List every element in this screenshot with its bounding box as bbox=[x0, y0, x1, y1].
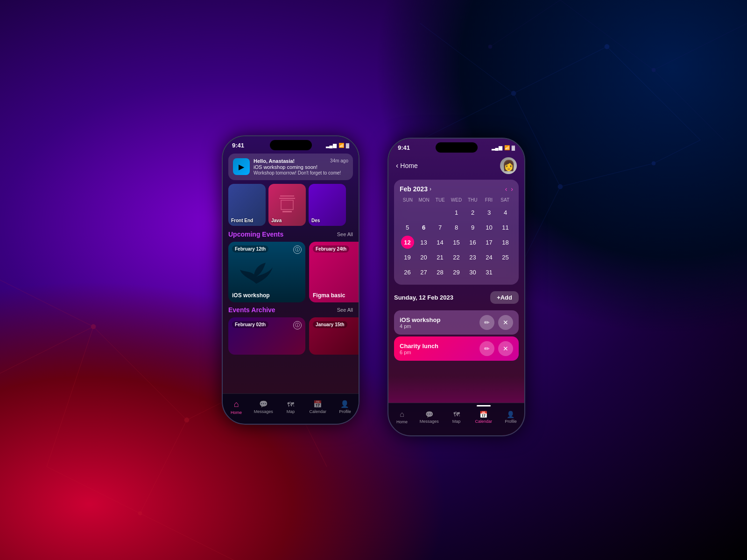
cal-day-17[interactable]: 17 bbox=[481, 235, 497, 249]
cal-day-31[interactable]: 31 bbox=[481, 265, 497, 279]
cal-nav-header: ‹ Home 👩 bbox=[388, 154, 524, 178]
cat-label-3: Des bbox=[311, 218, 320, 223]
cal-day-26[interactable]: 26 bbox=[400, 265, 415, 279]
cal-day-22[interactable]: 22 bbox=[449, 250, 464, 264]
cal-day-12[interactable]: 12 bbox=[401, 236, 414, 249]
event-card-figma[interactable]: February 24th ⓘ Figma basic bbox=[309, 242, 359, 302]
phone-2: 9:41 ▂▄▆ 📶 ▓ ‹ Home 👩 bbox=[388, 138, 525, 436]
cal-empty-end bbox=[498, 265, 513, 279]
event-name-charity: Charity lunch bbox=[400, 343, 438, 350]
cal-day-23[interactable]: 23 bbox=[465, 250, 480, 264]
cal-day-2[interactable]: 2 bbox=[465, 205, 480, 219]
nav-home-1[interactable]: ⌂ Home bbox=[223, 399, 250, 415]
category-card-java[interactable]: Java bbox=[268, 184, 306, 226]
category-card-design[interactable]: Des bbox=[309, 184, 346, 226]
cal-day-19[interactable]: 19 bbox=[400, 250, 415, 264]
back-chevron-icon: ‹ bbox=[396, 161, 398, 170]
back-button[interactable]: ‹ Home bbox=[396, 161, 418, 170]
notif-subtitle: iOS workshop coming soon! bbox=[254, 164, 348, 170]
notif-time: 34m ago bbox=[330, 158, 348, 164]
cal-day-5[interactable]: 5 bbox=[400, 220, 415, 234]
cal-day-18[interactable]: 18 bbox=[498, 235, 513, 249]
cal-day-25[interactable]: 25 bbox=[498, 250, 513, 264]
calendar-widget: Feb 2023 › ‹ › SUN MON TUE WED THU FRI bbox=[394, 180, 519, 285]
cal-day-21[interactable]: 21 bbox=[432, 250, 448, 264]
day-wed: WED bbox=[448, 197, 465, 203]
event-info-icon-1: ⓘ bbox=[293, 245, 302, 254]
cal-next-btn[interactable]: › bbox=[511, 185, 513, 193]
notif-app-icon: ▶ bbox=[233, 158, 250, 175]
edit-charity-button[interactable]: ✏ bbox=[479, 341, 494, 356]
cal-empty-3 bbox=[432, 205, 448, 219]
event-info-charity: Charity lunch 6 pm bbox=[400, 343, 438, 355]
cal-day-27[interactable]: 27 bbox=[416, 265, 431, 279]
event-title-2: Figma basic bbox=[313, 292, 345, 299]
notif-body: Workshop tomorrow! Don't forget to come! bbox=[254, 170, 348, 175]
event-name-ios: iOS workshop bbox=[400, 316, 440, 323]
home-icon-2: ⌂ bbox=[400, 410, 404, 419]
upcoming-see-all[interactable]: See All bbox=[337, 231, 353, 237]
upcoming-title: Upcoming Events bbox=[228, 231, 283, 238]
profile-icon-2: 👤 bbox=[507, 411, 514, 418]
nav-profile-1[interactable]: 👤 Profile bbox=[331, 400, 359, 414]
category-card-frontend[interactable]: Front End bbox=[228, 184, 266, 226]
cal-day-7[interactable]: 7 bbox=[432, 220, 448, 234]
nav-messages-1[interactable]: 💬 Messages bbox=[250, 400, 277, 414]
cal-day-24[interactable]: 24 bbox=[481, 250, 497, 264]
event-info-ios: iOS workshop 4 pm bbox=[400, 316, 440, 329]
archive-card-1[interactable]: February 02th ⓘ bbox=[228, 317, 305, 355]
archive-see-all[interactable]: See All bbox=[337, 307, 353, 313]
archive-card-2[interactable]: January 15th bbox=[309, 317, 359, 355]
event-date-2: February 24th bbox=[313, 245, 349, 252]
notification-banner[interactable]: ▶ Hello, Anastasia! 34m ago iOS workshop… bbox=[228, 154, 353, 180]
cal-day-15[interactable]: 15 bbox=[449, 235, 464, 249]
archive-events-header: Events Archive See All bbox=[223, 306, 359, 314]
cal-nav-arrows: ‹ › bbox=[505, 185, 513, 193]
nav-active-indicator bbox=[477, 405, 491, 406]
calendar-grid: 1 2 3 4 5 6 7 8 9 10 11 12 13 14 15 bbox=[400, 205, 513, 279]
cal-day-30[interactable]: 30 bbox=[465, 265, 480, 279]
status-icons-1: ▂▄▆ 📶 ▓ bbox=[326, 143, 349, 148]
delete-ios-button[interactable]: ✕ bbox=[498, 315, 513, 330]
nav-map-2[interactable]: 🗺 Map bbox=[443, 411, 470, 424]
cal-day-4[interactable]: 4 bbox=[498, 205, 513, 219]
cal-day-10[interactable]: 10 bbox=[481, 220, 497, 234]
archive-date-1: February 02th bbox=[232, 321, 268, 328]
messages-icon-2: 💬 bbox=[425, 411, 433, 418]
cal-prev-btn[interactable]: ‹ bbox=[505, 185, 507, 193]
avatar-emoji: 👩 bbox=[502, 160, 515, 172]
delete-charity-button[interactable]: ✕ bbox=[498, 341, 513, 356]
cal-day-13[interactable]: 13 bbox=[416, 235, 431, 249]
cal-day-9[interactable]: 9 bbox=[465, 220, 480, 234]
svg-rect-34 bbox=[281, 200, 293, 210]
cal-day-29[interactable]: 29 bbox=[449, 265, 464, 279]
cal-day-8[interactable]: 8 bbox=[449, 220, 464, 234]
profile-icon-1: 👤 bbox=[340, 400, 349, 408]
cal-day-11[interactable]: 11 bbox=[498, 220, 513, 234]
nav-calendar-1[interactable]: 📅 Calendar bbox=[304, 400, 331, 414]
cal-day-3[interactable]: 3 bbox=[481, 205, 497, 219]
month-title: Feb 2023 › bbox=[400, 185, 431, 193]
month-expand-icon[interactable]: › bbox=[430, 186, 431, 192]
nav-map-1[interactable]: 🗺 Map bbox=[277, 400, 304, 414]
time-2: 9:41 bbox=[398, 144, 410, 151]
home-label-1: Home bbox=[231, 410, 242, 415]
cal-day-1[interactable]: 1 bbox=[449, 205, 464, 219]
nav-messages-2[interactable]: 💬 Messages bbox=[416, 411, 443, 424]
add-event-button[interactable]: +Add bbox=[490, 291, 519, 304]
cal-day-16[interactable]: 16 bbox=[465, 235, 480, 249]
cal-day-14[interactable]: 14 bbox=[432, 235, 448, 249]
user-avatar[interactable]: 👩 bbox=[500, 157, 517, 174]
nav-profile-2[interactable]: 👤 Profile bbox=[497, 411, 524, 424]
edit-ios-button[interactable]: ✏ bbox=[479, 315, 494, 330]
notif-content: Hello, Anastasia! 34m ago iOS workshop c… bbox=[254, 158, 348, 175]
archive-date-2: January 15th bbox=[313, 321, 347, 328]
cal-day-20[interactable]: 20 bbox=[416, 250, 431, 264]
event-card-ios[interactable]: February 12th ⓘ iOS workshop bbox=[228, 242, 305, 302]
cal-day-28[interactable]: 28 bbox=[432, 265, 448, 279]
wifi-icon-2: 📶 bbox=[504, 145, 510, 150]
nav-home-2[interactable]: ⌂ Home bbox=[388, 410, 416, 424]
nav-calendar-2[interactable]: 📅 Calendar bbox=[470, 411, 497, 424]
cal-day-6[interactable]: 6 bbox=[416, 220, 431, 234]
event-time-ios: 4 pm bbox=[400, 323, 440, 329]
